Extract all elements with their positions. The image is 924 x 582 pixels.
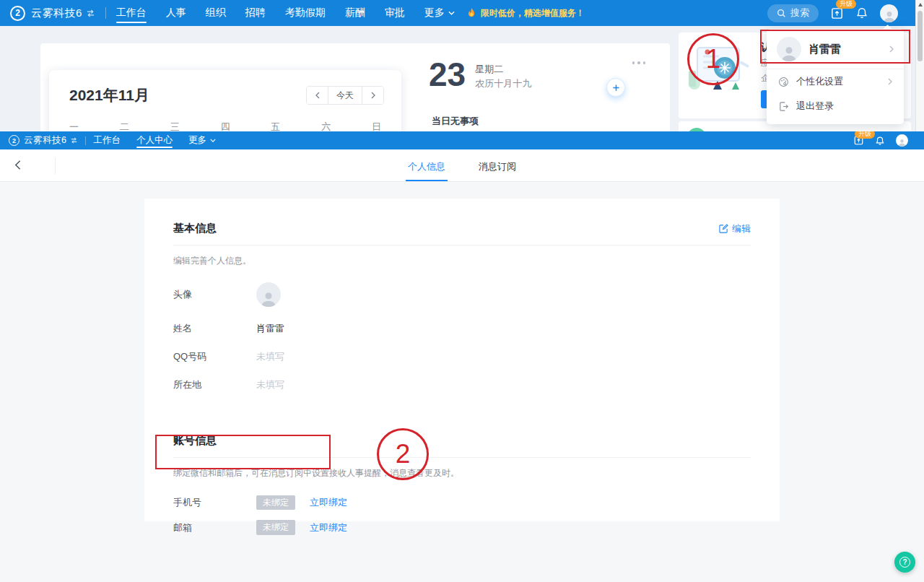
palette-icon: [778, 77, 789, 87]
upgrade-badge: 升级: [855, 131, 875, 139]
edit-button[interactable]: 编辑: [719, 222, 751, 235]
upgrade-entry[interactable]: 升级: [830, 6, 844, 20]
basic-info-subtitle: 编辑完善个人信息。: [173, 255, 751, 267]
calendar-prev-button[interactable]: [307, 87, 328, 104]
profile-screen: 2 云雾科技6 工作台 个人中心 更多 升级: [0, 131, 924, 582]
phone-status-badge: 未绑定: [256, 495, 295, 510]
profile-tabs: 个人信息 消息订阅: [0, 149, 924, 181]
annotation-step-2: 2: [396, 439, 411, 469]
person-icon: [882, 9, 897, 22]
email-bind-link[interactable]: 立即绑定: [310, 521, 347, 534]
weekday: 二: [120, 121, 129, 131]
avatar-row: 头像: [173, 282, 751, 307]
nav-item-more[interactable]: 更多: [424, 0, 455, 26]
nav-item-salary[interactable]: 薪酬: [345, 0, 365, 26]
main-menu: 工作台 人事 组织 招聘 考勤假期 薪酬 审批 更多: [116, 0, 455, 26]
logout-icon: [778, 101, 789, 112]
flame-icon: [467, 8, 476, 19]
person-icon: [259, 290, 278, 307]
today-widget: 23 星期二 农历十月十九: [429, 59, 531, 91]
annotation-circle-1: 1: [687, 33, 739, 85]
scrollbar-up-arrow[interactable]: [918, 3, 923, 6]
notifications-button[interactable]: [855, 6, 868, 19]
weekday: 四: [220, 121, 230, 131]
calendar-today-button[interactable]: 今天: [328, 87, 362, 104]
navbar-right: 搜索 升级: [767, 4, 914, 22]
chevron-right-icon: [371, 92, 375, 99]
menu-item-label: 个性化设置: [796, 75, 843, 88]
scrollbar-thumb[interactable]: [918, 11, 923, 61]
tab-message-subscription[interactable]: 消息订阅: [479, 149, 516, 181]
email-row: 邮箱 未绑定 立即绑定: [173, 520, 751, 534]
search-input[interactable]: 搜索: [767, 4, 819, 22]
brand-logo-icon[interactable]: 2: [10, 6, 25, 21]
scrollbar[interactable]: [915, 0, 924, 131]
top-navbar: 2 云雾科技6 工作台 人事 组织 招聘 考勤假期 薪酬 审批 更多: [0, 0, 924, 26]
nav-item-workbench[interactable]: 工作台: [116, 0, 147, 26]
nav-item-hr[interactable]: 人事: [166, 0, 186, 26]
notifications-button[interactable]: [875, 136, 885, 146]
add-event-button[interactable]: [606, 78, 625, 97]
calendar-controls: 今天: [306, 86, 384, 105]
nav-item-attendance[interactable]: 考勤假期: [285, 0, 326, 26]
user-avatar[interactable]: [880, 4, 898, 22]
divider: [173, 245, 751, 246]
bell-icon: [855, 6, 868, 19]
annotation-rect-2: [155, 435, 331, 469]
calendar-weekday-row: 一 二 三 四 五 六 日: [49, 121, 401, 131]
weekday: 一: [69, 121, 79, 131]
chevron-down-icon: [448, 11, 455, 15]
lunar-date-label: 农历十月十九: [475, 77, 531, 91]
menu-item-logout[interactable]: 退出登录: [767, 94, 904, 118]
tab-personal-info[interactable]: 个人信息: [408, 149, 445, 181]
calendar-title: 2021年11月: [69, 85, 149, 105]
profile-card: 基本信息 编辑 编辑完善个人信息。 头像 姓名 肖雷雷 QQ号码 未填写: [144, 199, 780, 521]
background-screen: 2 云雾科技6 工作台 人事 组织 招聘 考勤假期 薪酬 审批 更多: [0, 0, 924, 131]
nav-item-recruit[interactable]: 招聘: [245, 0, 266, 26]
phone-label: 手机号: [173, 496, 256, 509]
help-button[interactable]: ?: [894, 552, 915, 573]
name-row: 姓名 肖雷雷: [173, 322, 751, 335]
no-events-label: 当日无事项: [432, 115, 479, 128]
nav-item-org[interactable]: 组织: [206, 0, 226, 26]
location-row: 所在地 未填写: [173, 378, 751, 391]
switch-company-icon[interactable]: [86, 9, 95, 17]
day-number: 23: [429, 59, 466, 91]
upgrade-entry[interactable]: 升级: [853, 135, 864, 146]
switch-company-icon[interactable]: [70, 137, 78, 144]
navbar-right: 升级: [853, 134, 915, 147]
menu-item-personalize[interactable]: 个性化设置: [767, 69, 904, 94]
brand-logo-icon[interactable]: 2: [9, 135, 19, 146]
brand-name[interactable]: 云雾科技6: [24, 134, 66, 147]
edit-label: 编辑: [732, 222, 751, 235]
promo-text: 限时低价，精选增值服务！: [481, 7, 585, 19]
calendar-widget: 2021年11月 今天 一 二: [49, 70, 401, 131]
nav-item-more[interactable]: 更多: [188, 131, 216, 149]
location-label: 所在地: [173, 378, 256, 391]
main-menu: 工作台 个人中心 更多: [93, 131, 216, 149]
profile-avatar[interactable]: [256, 282, 281, 307]
nav-item-workbench[interactable]: 工作台: [93, 131, 121, 149]
plus-icon: [612, 84, 620, 92]
nav-item-approval[interactable]: 审批: [385, 0, 405, 26]
promo-banner[interactable]: 限时低价，精选增值服务！: [467, 7, 585, 19]
email-label: 邮箱: [173, 521, 256, 534]
page-subheader: 个人信息 消息订阅: [0, 149, 924, 182]
divider: [85, 136, 86, 145]
calendar-next-button[interactable]: [362, 87, 383, 104]
brand-name[interactable]: 云雾科技6: [31, 6, 82, 20]
user-avatar[interactable]: [896, 134, 908, 147]
divider: [105, 7, 106, 19]
annotation-circle-2: 2: [377, 428, 429, 480]
nav-item-personal-center[interactable]: 个人中心: [136, 131, 173, 149]
app-canvas: 2 云雾科技6 工作台 人事 组织 招聘 考勤假期 薪酬 审批 更多: [0, 0, 924, 582]
weekday-label: 星期二: [475, 62, 531, 77]
more-icon[interactable]: [632, 61, 646, 64]
annotation-rect-1: [760, 30, 910, 64]
qq-label: QQ号码: [173, 350, 256, 363]
dashboard-panel: 2021年11月 今天 一 二: [40, 43, 670, 131]
phone-bind-link[interactable]: 立即绑定: [310, 496, 347, 509]
weekday: 日: [372, 121, 381, 131]
search-icon: [777, 9, 786, 18]
upgrade-badge: 升级: [836, 0, 856, 9]
